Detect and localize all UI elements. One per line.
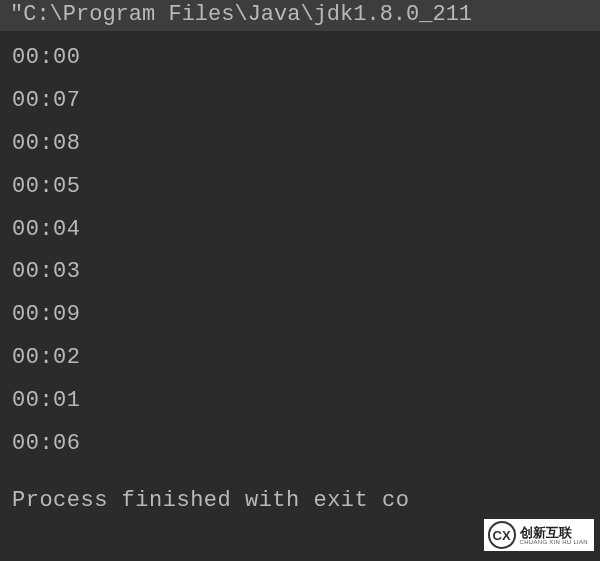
watermark-text: 创新互联 CHUANG XIN HU LIAN bbox=[520, 526, 588, 545]
watermark: CX 创新互联 CHUANG XIN HU LIAN bbox=[484, 519, 594, 551]
command-path-line: "C:\Program Files\Java\jdk1.8.0_211 bbox=[0, 0, 600, 31]
watermark-en-text: CHUANG XIN HU LIAN bbox=[520, 539, 588, 545]
output-lines-container: 00:00 00:07 00:08 00:05 00:04 00:03 00:0… bbox=[0, 31, 600, 466]
output-line: 00:01 bbox=[12, 380, 590, 423]
output-line: 00:06 bbox=[12, 423, 590, 466]
output-line: 00:00 bbox=[12, 37, 590, 80]
output-line: 00:02 bbox=[12, 337, 590, 380]
process-status-line: Process finished with exit co bbox=[0, 466, 600, 513]
output-line: 00:04 bbox=[12, 209, 590, 252]
output-line: 00:03 bbox=[12, 251, 590, 294]
output-line: 00:07 bbox=[12, 80, 590, 123]
console-output-panel: "C:\Program Files\Java\jdk1.8.0_211 00:0… bbox=[0, 0, 600, 561]
watermark-cn-text: 创新互联 bbox=[520, 526, 588, 539]
watermark-logo-icon: CX bbox=[488, 521, 516, 549]
output-line: 00:05 bbox=[12, 166, 590, 209]
output-line: 00:09 bbox=[12, 294, 590, 337]
output-line: 00:08 bbox=[12, 123, 590, 166]
